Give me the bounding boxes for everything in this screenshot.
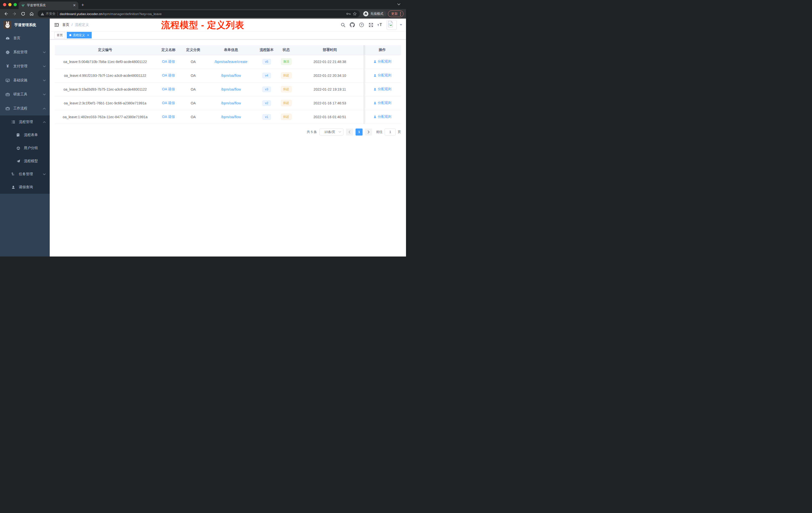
form-link[interactable]: /bpm/oa/leave/create: [215, 60, 248, 64]
definition-name-link[interactable]: OA 请假: [162, 87, 175, 91]
navbar-actions: ? TT: [340, 20, 403, 30]
address-bar[interactable]: 不安全 dashboard.yudao.iocoder.cn/bpm/manag…: [38, 10, 360, 17]
assign-rule-link[interactable]: 分配规则: [373, 115, 392, 119]
search-icon[interactable]: [340, 22, 346, 28]
sidebar-item-process-mgmt[interactable]: 流程管理: [0, 116, 50, 128]
assign-rule-link[interactable]: 分配规则: [373, 101, 392, 105]
goto-page-input[interactable]: [385, 128, 396, 135]
sidebar-item-task-mgmt[interactable]: 任务管理: [0, 168, 50, 181]
page-size-select[interactable]: 10条/页: [319, 128, 344, 135]
minimize-window-button[interactable]: [8, 3, 11, 6]
tab-close-icon[interactable]: ✕: [73, 3, 76, 7]
assign-rule-link[interactable]: 分配规则: [373, 73, 392, 78]
chevron-down-icon: [43, 94, 46, 95]
tag-process-definition[interactable]: 流程定义 ✕: [67, 32, 92, 38]
bookmark-star-icon[interactable]: [353, 12, 357, 16]
sidebar: 芋道管理系统 首页 系统管理 ¥ 支付管理 基础设施: [0, 19, 50, 256]
table-row: oa_leave:4:991f2193-7b7f-11ec-a3c8-acde4…: [55, 68, 401, 82]
maximize-window-button[interactable]: [13, 3, 17, 6]
definition-name-link[interactable]: OA 请假: [162, 73, 175, 77]
sidebar-item-infra[interactable]: 基础设施: [0, 73, 50, 87]
help-icon[interactable]: ?: [359, 22, 364, 28]
main-panel: 流程模型 - 定义列表 首页 / 流程定义 ?: [50, 19, 406, 256]
github-icon[interactable]: [349, 22, 355, 28]
chevron-down-icon: [43, 174, 46, 175]
cell-deploy-time: 2022-01-22 19:19:11: [296, 82, 364, 96]
tag-home[interactable]: 首页: [54, 32, 65, 38]
chevron-down-icon: [43, 80, 46, 81]
current-page[interactable]: 1: [355, 128, 362, 135]
sidebar-logo[interactable]: 芋道管理系统: [0, 19, 50, 31]
caret-down-icon[interactable]: [400, 24, 403, 26]
prev-page-button[interactable]: [346, 128, 353, 135]
form-link[interactable]: /bpm/oa/flow: [221, 87, 241, 91]
sidebar-item-system[interactable]: 系统管理: [0, 45, 50, 59]
font-size-icon[interactable]: TT: [377, 22, 383, 28]
sidebar-item-workflow[interactable]: 工作流程: [0, 101, 50, 116]
svg-text:T: T: [380, 23, 382, 27]
incognito-label: 无痕模式: [370, 11, 383, 16]
robot-face-icon: [16, 146, 20, 150]
cell-deploy-time: 2022-01-16 17:46:53: [296, 96, 364, 110]
monitor-icon: [5, 78, 10, 83]
definition-name-link[interactable]: OA 请假: [162, 101, 175, 105]
password-key-icon[interactable]: [346, 12, 351, 15]
back-icon[interactable]: [2, 10, 9, 17]
next-page-button[interactable]: [365, 128, 372, 135]
new-tab-button[interactable]: +: [81, 2, 84, 8]
tab-search-chevron-icon[interactable]: [397, 3, 401, 5]
sidebar-fold-icon[interactable]: [52, 21, 61, 29]
logo-avatar: [3, 21, 11, 29]
browser-update-menu[interactable]: 更新: [388, 10, 404, 17]
user-avatar-broken-image[interactable]: [387, 20, 397, 30]
col-definition-name: 定义名称: [155, 45, 181, 55]
browser-toolbar: 不安全 dashboard.yudao.iocoder.cn/bpm/manag…: [0, 9, 406, 19]
active-dot: [69, 34, 71, 36]
pagination: 共 5 条 10条/页 1 前往 页: [55, 128, 401, 135]
status-badge: 激活: [281, 58, 291, 65]
home-icon[interactable]: [28, 10, 35, 17]
user-icon: [373, 101, 377, 105]
sidebar-item-process-model[interactable]: 流程模型: [0, 155, 50, 168]
status-badge: 挂起: [281, 72, 291, 79]
chevron-left-icon: [348, 130, 350, 133]
cell-definition-id: oa_leave:2:3c1f0ef1-76b1-11ec-9c66-a2380…: [55, 96, 155, 110]
org-tree-icon: [11, 172, 15, 176]
cell-category: OA: [181, 110, 205, 124]
url-text[interactable]: dashboard.yudao.iocoder.cn/bpm/manager/d…: [60, 12, 344, 16]
close-window-button[interactable]: [3, 3, 6, 6]
yen-icon: ¥: [5, 64, 10, 68]
warning-triangle-icon: [41, 12, 44, 16]
sidebar-item-leave-query[interactable]: 请假查询: [0, 181, 50, 194]
assign-rule-link[interactable]: 分配规则: [373, 87, 392, 91]
browser-tab[interactable]: 芋道管理系统 ✕: [19, 1, 78, 9]
forward-icon[interactable]: [11, 10, 18, 17]
cell-category: OA: [181, 68, 205, 82]
fullscreen-icon[interactable]: [368, 22, 374, 28]
status-badge: 挂起: [281, 114, 291, 120]
sidebar-item-devtools[interactable]: 研发工具: [0, 87, 50, 101]
definition-name-link[interactable]: OA 请假: [162, 115, 175, 119]
form-link[interactable]: /bpm/oa/flow: [221, 101, 241, 105]
sidebar-item-home[interactable]: 首页: [0, 31, 50, 45]
security-warning[interactable]: 不安全: [41, 11, 56, 16]
assign-rule-link[interactable]: 分配规则: [373, 59, 392, 64]
reload-icon[interactable]: [20, 10, 27, 17]
cell-category: OA: [181, 82, 205, 96]
window-controls: [3, 3, 17, 6]
tag-close-icon[interactable]: ✕: [87, 34, 89, 37]
breadcrumb-home[interactable]: 首页: [62, 23, 69, 27]
app-title: 芋道管理系统: [14, 23, 36, 27]
incognito-icon: [363, 11, 368, 16]
sidebar-item-user-group[interactable]: 用户分组: [0, 142, 50, 155]
form-link[interactable]: /bpm/oa/flow: [221, 73, 241, 78]
svg-text:?: ?: [361, 23, 362, 26]
cell-category: OA: [181, 55, 205, 68]
form-link[interactable]: /bpm/oa/flow: [221, 115, 241, 119]
definition-name-link[interactable]: OA 请假: [162, 59, 175, 63]
tab-title: 芋道管理系统: [27, 3, 71, 7]
col-status: 状态: [277, 45, 296, 55]
sidebar-item-process-form[interactable]: 流程表单: [0, 128, 50, 142]
breadcrumb-current: 流程定义: [75, 23, 89, 27]
sidebar-item-pay[interactable]: ¥ 支付管理: [0, 59, 50, 73]
